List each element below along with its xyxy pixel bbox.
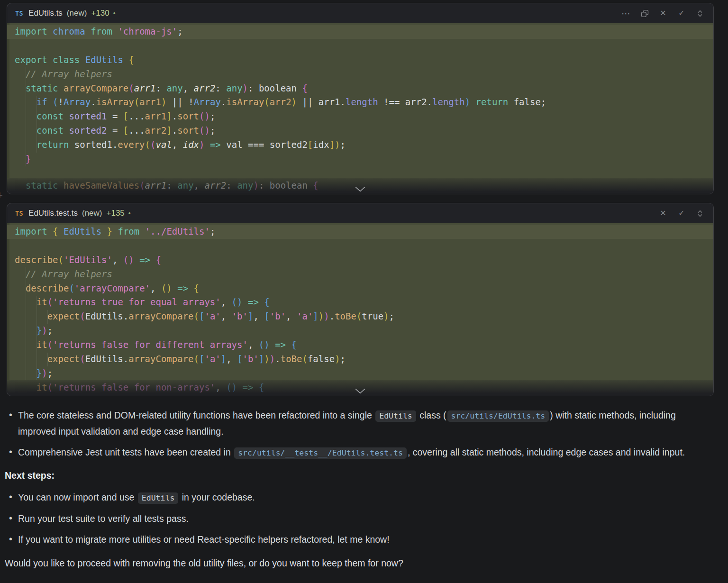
code-token: , [215,382,226,392]
indent-guide [26,67,26,166]
code-token: sort [177,111,199,121]
file-name: EdUtils.test.ts [28,209,78,218]
bullet-text: Comprehensive Jest unit tests have been … [18,447,233,457]
code-token: from [118,226,139,237]
code-token: ( [194,354,199,364]
code-token: ) [253,180,258,191]
header-actions: ✕✓ [658,209,705,218]
code-token: ) [199,139,204,150]
code-token: => [243,382,254,392]
code-token: : boolean [248,83,302,93]
code-token: sorted1. [69,139,118,150]
bullet-marker: • [9,489,12,505]
code-token: || ! [166,97,193,107]
code-token: , [150,283,161,293]
closing-question: Would you like to proceed with removing … [0,556,728,571]
code-token: ] [166,111,172,121]
code-token: ) [205,125,210,136]
code-token: Array [64,97,91,107]
code-token: { [264,297,269,307]
code-line [15,239,713,253]
code-token [172,283,177,293]
code-token: 'b' [232,311,248,321]
bullet-text: , covering all static methods, including… [408,447,685,457]
code-diff-area: import chroma from 'chroma-js';export cl… [7,23,713,179]
code-token: ... [128,125,145,136]
code-token: ( [150,139,155,150]
code-token [15,382,36,392]
code-token: ( [53,97,58,107]
code-token [15,283,26,293]
code-token: val [155,139,172,150]
code-token: ( [128,83,134,93]
more-icon[interactable]: ⋯ [621,9,631,18]
added-lines-count: +130 [91,9,109,18]
next-steps-bullets: •You can now import and use EdUtils in y… [0,490,728,547]
code-token: : [155,83,166,93]
code-token: expect [47,354,80,364]
code-token: . [221,97,226,107]
copy-icon[interactable] [640,9,649,18]
chevron-down-icon[interactable] [354,388,366,394]
code-token [15,180,26,191]
code-token: ] [259,354,264,364]
check-icon[interactable]: ✓ [677,209,686,218]
check-icon[interactable]: ✓ [677,9,686,18]
code-token: true [362,311,383,321]
code-token: ( [80,311,85,321]
code-token: isArray [96,97,134,107]
code-line: // Array helpers [15,267,713,282]
collapse-icon[interactable] [695,209,705,218]
code-token: EdUtils. [85,311,129,321]
close-icon[interactable]: ✕ [658,209,668,218]
code-token: EdUtils [85,55,123,65]
indent-guide [36,96,37,153]
bullet-text: Run your test suite to verify all tests … [18,513,189,524]
code-token: sorted1 [69,111,107,121]
code-token: ( [47,382,53,392]
code-token: 'b' [243,354,259,364]
code-token: , [253,311,264,321]
code-line: }); [15,366,713,381]
code-token [15,311,47,321]
code-token: any [226,83,242,93]
bullet-item: •If you want to migrate more utilities o… [0,532,728,547]
code-token: ) [166,283,172,293]
code-line: expect(EdUtils.arrayCompare(['a'], ['b']… [15,352,713,366]
close-icon[interactable]: ✕ [658,9,668,18]
collapse-icon[interactable] [695,9,705,18]
code-token: import [15,26,47,36]
code-token: , [286,311,297,321]
code-token: class [53,55,80,65]
code-token [47,226,53,237]
code-token: . [275,354,280,364]
code-token: [ [199,311,204,321]
code-token: , [221,297,232,307]
typescript-file-icon: TS [15,9,23,17]
code-token: ( [80,354,85,364]
bullet-item: •Comprehensive Jest unit tests have been… [0,445,728,461]
code-token: const [36,111,64,121]
code-token: ) [383,311,389,321]
chevron-down-icon[interactable] [354,186,366,192]
bullet-text: in your codebase. [179,492,255,502]
code-token: 'a' [204,354,220,364]
code-token: , [248,339,259,350]
code-token: '../EdUtils' [145,226,210,237]
add-button-partial[interactable]: + [0,189,3,201]
code-token: : [226,180,237,191]
code-token: ( [302,354,307,364]
code-token: : [166,180,177,191]
code-token: describe [15,255,58,265]
code-token: ] [221,354,226,364]
code-token [85,26,91,36]
code-token: , [183,83,194,93]
code-line: // Array helpers [15,67,713,82]
code-token: Array [194,97,221,107]
code-token: 'EdUtils' [64,255,112,265]
code-token: => [248,297,259,307]
code-token: ) [232,382,237,392]
code-token: ( [226,382,231,392]
code-token: length [346,97,378,107]
code-token: } [107,226,112,237]
